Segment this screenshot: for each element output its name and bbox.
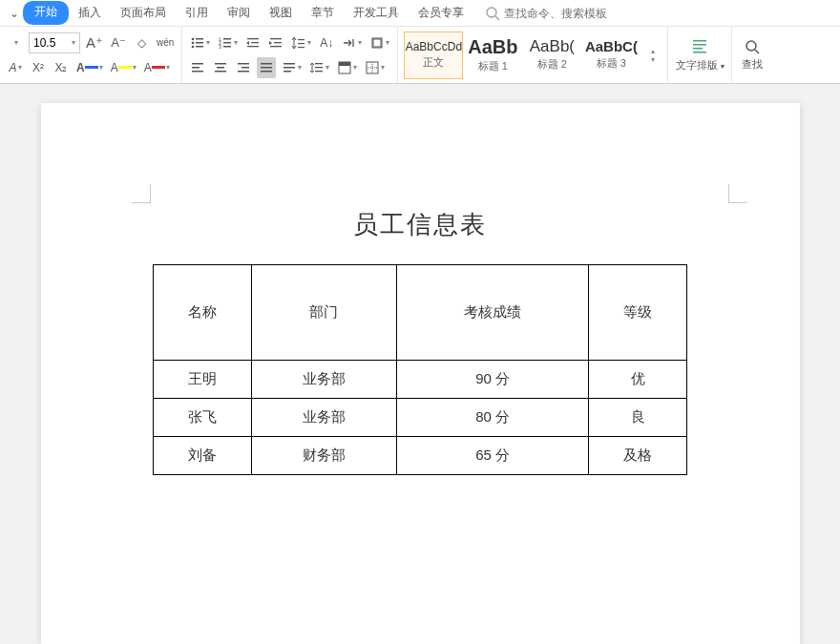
tab-视图[interactable]: 视图	[260, 1, 302, 25]
align-distributed-button[interactable]: ▾	[280, 57, 304, 78]
table-header-cell[interactable]: 等级	[589, 265, 687, 361]
table-header-cell[interactable]: 部门	[251, 265, 396, 361]
employee-table[interactable]: 名称部门考核成绩等级 王明业务部90 分优张飞业务部80 分良刘备财务部65 分…	[153, 264, 687, 475]
styles-more-button[interactable]: ▴▾	[642, 36, 662, 74]
show-formatting-button[interactable]: ▾	[368, 32, 391, 53]
tab-插入[interactable]: 插入	[69, 1, 111, 25]
svg-rect-16	[247, 46, 259, 47]
document-title[interactable]: 员工信息表	[136, 208, 704, 241]
outdent-icon	[245, 35, 261, 51]
style-正文[interactable]: AaBbCcDd正文	[404, 31, 463, 79]
grow-font-button[interactable]: A⁺	[84, 32, 105, 53]
tab-开发工具[interactable]: 开发工具	[344, 1, 409, 25]
find-icon	[744, 38, 761, 55]
tab-页面布局[interactable]: 页面布局	[111, 1, 176, 25]
align-left-button[interactable]	[188, 57, 207, 78]
align-center-button[interactable]	[211, 57, 230, 78]
svg-line-1	[495, 16, 499, 20]
table-cell[interactable]: 刘备	[154, 437, 252, 475]
tab-会员专享[interactable]: 会员专享	[409, 1, 473, 25]
svg-rect-41	[315, 67, 323, 68]
table-cell[interactable]: 业务部	[251, 399, 396, 437]
file-menu-trigger[interactable]: ⌄	[6, 7, 23, 20]
menu-tabbar: ⌄ 开始插入页面布局引用审阅视图章节开发工具会员专享	[0, 0, 840, 27]
table-header-cell[interactable]: 考核成绩	[396, 265, 589, 361]
tab-章节[interactable]: 章节	[302, 1, 344, 25]
paragraph-spacing-button[interactable]: ▾	[307, 57, 331, 78]
chevron-down-icon: ▾	[72, 38, 75, 47]
svg-rect-13	[223, 46, 231, 48]
svg-rect-14	[247, 38, 259, 39]
svg-rect-11	[223, 42, 231, 44]
text-layout-button[interactable]: 文字排版 ▾	[674, 37, 725, 73]
table-cell[interactable]: 良	[589, 399, 687, 437]
superscript-button[interactable]: X²	[29, 57, 48, 78]
subscript-button[interactable]: X₂	[52, 57, 71, 78]
table-header-cell[interactable]: 名称	[154, 265, 252, 361]
svg-rect-34	[261, 63, 272, 65]
svg-rect-19	[270, 46, 282, 47]
format-painter-button[interactable]: A▾	[6, 57, 25, 78]
table-row[interactable]: 王明业务部90 分优	[154, 361, 687, 399]
line-spacing-button[interactable]: ▾	[289, 32, 313, 53]
sort-button[interactable]: A↓	[317, 32, 336, 53]
table-cell[interactable]: 张飞	[154, 399, 252, 437]
table-cell[interactable]: 业务部	[251, 361, 396, 399]
shrink-font-button[interactable]: A⁻	[109, 32, 128, 53]
shading-button[interactable]: ▾	[335, 57, 359, 78]
svg-rect-51	[693, 52, 706, 53]
svg-rect-17	[270, 38, 282, 39]
find-button[interactable]: 查找	[738, 38, 766, 72]
command-search-input[interactable]	[504, 7, 638, 20]
table-cell[interactable]: 及格	[589, 437, 687, 475]
tab-开始[interactable]: 开始	[23, 1, 69, 25]
table-cell[interactable]: 优	[589, 361, 687, 399]
svg-rect-5	[196, 42, 203, 44]
style-标题 2[interactable]: AaBb(标题 2	[522, 31, 581, 79]
phonetic-guide-button[interactable]: wén	[155, 32, 176, 53]
table-header-row[interactable]: 名称部门考核成绩等级	[154, 265, 687, 361]
document-page[interactable]: 员工信息表 名称部门考核成绩等级 王明业务部90 分优张飞业务部80 分良刘备财…	[41, 103, 800, 644]
indent-icon	[268, 35, 284, 51]
text-effects-button[interactable]: A▾	[74, 57, 105, 78]
clear-formatting-button[interactable]: ◇	[132, 32, 151, 53]
align-center-icon	[213, 60, 228, 75]
align-justify-button[interactable]	[257, 57, 276, 78]
tab-审阅[interactable]: 审阅	[218, 1, 260, 25]
svg-rect-15	[251, 42, 259, 43]
style-标题 1[interactable]: AaBb标题 1	[463, 31, 522, 79]
svg-rect-31	[238, 63, 249, 65]
table-cell[interactable]: 65 分	[396, 437, 589, 475]
style-preview: AaBbCcDd	[406, 41, 462, 52]
tab-stops-button[interactable]: ▾	[340, 32, 364, 53]
numbering-button[interactable]: 123▾	[216, 32, 240, 53]
bullets-button[interactable]: ▾	[188, 32, 212, 53]
style-标题 3[interactable]: AaBbC(标题 3	[581, 31, 640, 79]
svg-rect-21	[298, 43, 304, 44]
font-size-combo[interactable]: ▾	[29, 32, 80, 53]
align-right-icon	[236, 60, 251, 75]
font-family-expand[interactable]: ▾	[6, 32, 25, 53]
svg-rect-44	[339, 62, 350, 66]
align-right-button[interactable]	[234, 57, 253, 78]
table-cell[interactable]: 财务部	[251, 437, 396, 475]
style-label: 标题 3	[597, 56, 626, 71]
font-color-button[interactable]: A▾	[142, 57, 172, 78]
highlight-color-button[interactable]: A▾	[109, 57, 138, 78]
borders-button[interactable]: ▾	[363, 57, 387, 78]
bullets-icon	[190, 35, 205, 51]
table-cell[interactable]: 80 分	[396, 399, 589, 437]
tab-引用[interactable]: 引用	[176, 1, 218, 25]
increase-indent-button[interactable]	[266, 32, 285, 53]
font-size-input[interactable]	[33, 36, 68, 50]
decrease-indent-button[interactable]	[243, 32, 262, 53]
align-left-icon	[190, 60, 205, 75]
svg-rect-32	[242, 67, 249, 69]
table-row[interactable]: 刘备财务部65 分及格	[154, 437, 687, 475]
command-search[interactable]	[485, 6, 638, 21]
document-workspace[interactable]: 员工信息表 名称部门考核成绩等级 王明业务部90 分优张飞业务部80 分良刘备财…	[0, 84, 840, 644]
table-cell[interactable]: 90 分	[396, 361, 589, 399]
table-cell[interactable]: 王明	[154, 361, 252, 399]
svg-rect-29	[217, 67, 224, 69]
table-row[interactable]: 张飞业务部80 分良	[154, 399, 687, 437]
